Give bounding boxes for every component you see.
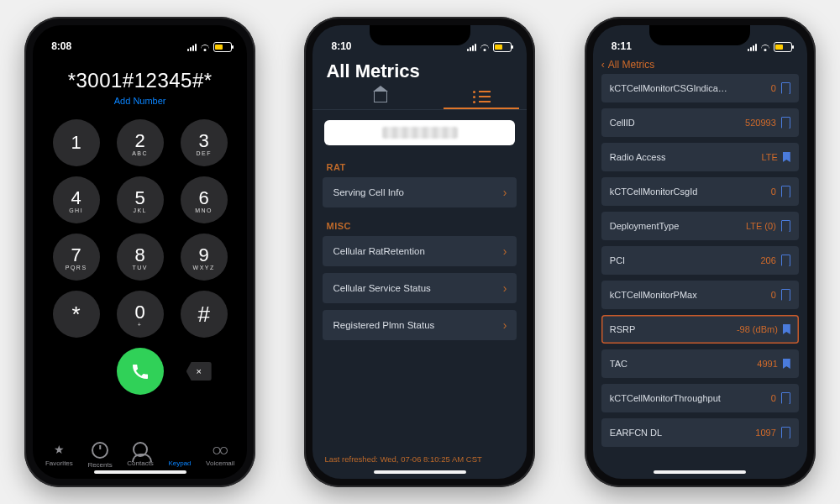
bookmark-icon[interactable] (781, 289, 790, 301)
metrics-list: kCTCellMonitorCSGIndication0CellID520993… (593, 74, 807, 453)
row-label: Cellular Service Status (333, 283, 430, 293)
keypad-key-3[interactable]: 3DEF (181, 119, 228, 166)
backspace-button[interactable]: × (186, 362, 212, 381)
bookmark-icon[interactable] (781, 255, 790, 266)
bookmark-icon[interactable] (781, 220, 790, 232)
star-icon (50, 442, 67, 457)
metric-row[interactable]: Radio AccessLTE (601, 143, 799, 171)
metric-label: Radio Access (610, 152, 666, 162)
section-header-rat: RAT (312, 155, 527, 177)
keypad-key-0[interactable]: 0+ (117, 291, 164, 338)
key-letters: + (138, 322, 143, 328)
keypad-key-2[interactable]: 2ABC (117, 119, 164, 166)
keypad-key-4[interactable]: 4GHI (53, 176, 100, 223)
chevron-right-icon: › (503, 244, 507, 258)
tab-keypad[interactable]: Keypad (168, 442, 191, 469)
tab-list[interactable] (444, 86, 519, 109)
bookmark-icon[interactable] (781, 186, 790, 197)
bookmark-icon[interactable] (783, 324, 790, 334)
keypad-key-8[interactable]: 8TUV (117, 234, 164, 281)
metric-label: RSRP (610, 324, 636, 334)
keypad-icon (171, 442, 188, 457)
backspace-x-icon: × (196, 366, 201, 376)
status-icons (748, 42, 792, 52)
metric-value: 206 (760, 255, 775, 265)
row-label: Cellular RatRetention (333, 246, 424, 256)
bookmark-icon[interactable] (783, 152, 790, 162)
metric-value: 1097 (755, 428, 775, 438)
bookmark-icon[interactable] (781, 427, 790, 438)
metrics-row[interactable]: Serving Cell Info› (323, 177, 517, 207)
voicemail-icon: ◯◯ (212, 442, 228, 457)
metric-label: kCTCellMonitorCSGIndication (610, 83, 727, 93)
metric-row[interactable]: DeploymentTypeLTE (0) (601, 212, 799, 240)
section-header-misc: MISC (312, 214, 527, 236)
call-button[interactable] (117, 348, 164, 395)
keypad-key-5[interactable]: 5JKL (117, 176, 164, 223)
home-indicator (654, 470, 746, 474)
key-letters: TUV (132, 265, 148, 270)
back-label: All Metrics (608, 59, 654, 71)
metric-row[interactable]: PCI206 (601, 246, 799, 275)
keypad-key-9[interactable]: 9WXYZ (181, 234, 228, 281)
page-title: All Metrics (312, 54, 527, 82)
metric-value: 520993 (745, 118, 776, 128)
metric-row[interactable]: kCTCellMonitorCSGIndication0 (601, 74, 799, 102)
tab-voicemail[interactable]: ◯◯Voicemail (206, 442, 234, 469)
metric-row[interactable]: kCTCellMonitorThroughput0 (601, 384, 799, 412)
bookmark-icon[interactable] (781, 392, 790, 404)
tab-recents[interactable]: Recents (87, 442, 112, 469)
phone-dialer: 8:08 *3001#12345#* Add Number 12ABC3DEF4… (24, 17, 255, 487)
metric-row[interactable]: CellID520993 (601, 108, 799, 137)
metric-row[interactable]: kCTCellMonitorPMax0 (601, 281, 799, 309)
key-digit: 6 (199, 187, 209, 209)
home-indicator (374, 470, 466, 474)
keypad-key-6[interactable]: 6MNO (181, 176, 228, 223)
phone-metric-detail: 8:11 ‹ All Metrics kCTCellMonitorCSGIndi… (585, 17, 816, 487)
metrics-row[interactable]: Registered Plmn Status› (323, 310, 517, 340)
tab-dashboard[interactable] (343, 86, 418, 108)
metric-label: kCTCellMonitorThroughput (610, 393, 721, 403)
home-indicator (94, 470, 186, 474)
key-digit: 3 (199, 130, 209, 152)
bookmark-icon[interactable] (781, 117, 790, 129)
key-digit: 9 (199, 244, 209, 266)
row-label: Registered Plmn Status (333, 320, 434, 330)
key-digit: # (197, 302, 209, 328)
wifi-icon (200, 42, 210, 52)
keypad-key-#[interactable]: # (181, 291, 228, 338)
add-number-link[interactable]: Add Number (33, 96, 247, 106)
keypad-key-*[interactable]: * (53, 291, 100, 338)
metric-value: LTE (761, 152, 777, 162)
metric-row[interactable]: RSRP-98 (dBm) (601, 315, 799, 344)
cell-signal-icon (467, 44, 476, 51)
tab-bar: FavoritesRecentsContactsKeypad◯◯Voicemai… (33, 442, 247, 469)
row-label: Serving Cell Info (333, 187, 403, 197)
bookmark-icon[interactable] (783, 359, 790, 369)
back-button[interactable]: ‹ All Metrics (593, 54, 807, 74)
chevron-right-icon: › (503, 186, 507, 199)
keypad-key-1[interactable]: 1 (53, 119, 100, 166)
tab-contacts[interactable]: Contacts (127, 442, 154, 469)
metric-label: TAC (610, 359, 627, 369)
tab-label: Voicemail (206, 459, 234, 467)
cell-signal-icon (748, 44, 757, 51)
battery-icon (493, 42, 512, 52)
metric-row[interactable]: EARFCN DL1097 (601, 418, 799, 447)
notch (90, 25, 191, 45)
metric-row[interactable]: TAC4991 (601, 349, 799, 378)
key-letters: DEF (196, 150, 212, 156)
metrics-row[interactable]: Cellular RatRetention› (323, 236, 517, 266)
metrics-row[interactable]: Cellular Service Status› (323, 273, 517, 303)
battery-icon (213, 42, 232, 52)
metric-row[interactable]: kCTCellMonitorCsgId0 (601, 177, 799, 206)
redacted-text (382, 127, 458, 139)
key-digit: 4 (71, 187, 81, 209)
search-field[interactable] (324, 120, 515, 145)
wifi-icon (480, 42, 490, 52)
keypad-key-7[interactable]: 7PQRS (53, 234, 100, 281)
status-time: 8:10 (331, 40, 351, 52)
bookmark-icon[interactable] (781, 82, 790, 94)
battery-icon (774, 42, 792, 52)
tab-favorites[interactable]: Favorites (45, 442, 73, 469)
